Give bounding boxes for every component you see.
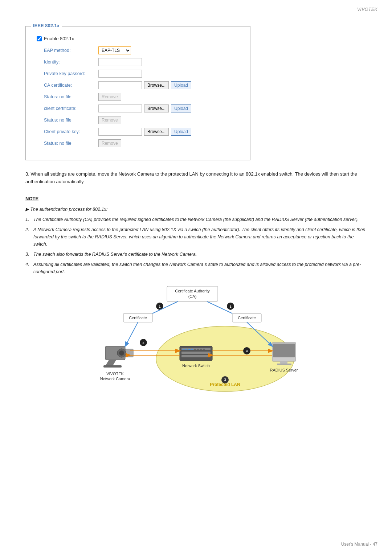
enable-label: Enable 802.1x [44,36,74,41]
client-private-control: Browse... Upload [98,128,191,136]
svg-text:1: 1 [229,305,231,308]
client-cert-row: client certificate: Browse... Upload [44,104,246,112]
svg-text:Network Switch: Network Switch [182,364,210,368]
ca-cert-row: CA certificate: Browse... Upload [44,81,246,89]
note-title: NOTE [25,196,367,201]
enable-checkbox[interactable] [37,36,42,41]
client-status-row: Status: no file Remove [44,116,246,124]
ca-remove-button[interactable]: Remove [98,93,121,101]
svg-text:Certificate: Certificate [238,316,256,320]
private-key-row: Private key passord: [44,70,246,78]
svg-marker-21 [105,360,116,366]
ca-cert-control: Browse... Upload [98,81,191,89]
eap-method-row: EAP method: EAP-TLS [44,46,246,54]
svg-rect-34 [191,349,193,350]
diagram-container: Protected LAN 3 Certificate Authority (C… [25,283,367,399]
note-section: NOTE ▶ The authentication process for 80… [25,196,367,275]
client-upload-button[interactable]: Upload [171,104,191,112]
svg-text:3: 3 [224,378,226,382]
client-status-label: Status: no file [44,118,98,123]
client-private-upload-button[interactable]: Upload [171,128,191,136]
client-browse-button[interactable]: Browse... [144,104,169,112]
svg-rect-38 [203,349,205,350]
svg-text:4: 4 [246,349,248,353]
svg-rect-37 [200,349,202,350]
private-key-label: Private key passord: [44,71,98,76]
client-private-row: Client private key: Browse... Upload [44,128,246,136]
svg-rect-30 [181,355,211,357]
svg-text:RADIUS Server: RADIUS Server [270,368,298,372]
client-private-remove-button[interactable]: Remove [98,139,121,147]
svg-rect-42 [280,361,287,364]
eap-label: EAP method: [44,48,98,53]
footer-text: User's Manual - 47 [341,542,377,547]
svg-rect-32 [185,349,187,350]
svg-text:Certificate Authority: Certificate Authority [175,289,210,293]
page-header: VIVOTEK [0,0,392,15]
client-private-input[interactable] [98,128,142,136]
page-content: IEEE 802.1x Enable 802.1x EAP method: EA… [0,15,392,413]
svg-text:VIVOTEK: VIVOTEK [106,372,124,376]
svg-rect-35 [194,349,196,350]
identity-input[interactable] [98,58,142,66]
note-item-3: 3. The switch also forwards the RADIUS S… [25,251,367,258]
client-cert-label: client certificate: [44,106,98,111]
ieee-section: IEEE 802.1x Enable 802.1x EAP method: EA… [25,26,250,160]
note-item-2: 2. A Network Camera requests access to t… [25,226,367,248]
identity-control [98,58,142,66]
svg-line-15 [152,301,178,313]
svg-point-20 [119,350,124,356]
identity-row: Identity: [44,58,246,66]
note-bullet-text: ▶ The authentication process for 802.1x: [25,206,107,213]
ca-cert-input[interactable] [98,81,142,89]
private-key-control [98,70,142,78]
ca-status-row: Status: no file Remove [44,93,246,101]
svg-rect-33 [188,349,190,350]
svg-rect-31 [183,349,184,350]
client-private-status-row: Status: no file Remove [44,139,246,147]
client-private-status-label: Status: no file [44,141,98,146]
note-item-1: 1. The Certificate Authority (CA) provid… [25,216,367,223]
identity-label: Identity: [44,59,98,65]
svg-rect-18 [125,349,133,357]
svg-rect-29 [181,352,211,354]
svg-text:1: 1 [159,305,160,308]
svg-rect-41 [273,344,295,357]
enable-row: Enable 802.1x [37,36,239,41]
svg-rect-36 [197,349,199,350]
svg-rect-22 [103,365,122,368]
client-cert-input[interactable] [98,104,142,112]
note-item-4: 4. Assuming all certificates are validat… [25,261,367,275]
form-table: EAP method: EAP-TLS Identity: Private ke… [44,46,246,147]
svg-rect-43 [277,364,291,365]
page-footer: User's Manual - 47 [341,542,377,547]
private-key-input[interactable] [98,70,142,78]
step3-text: 3. When all settings are complete, move … [25,171,367,186]
client-private-label: Client private key: [44,129,98,134]
eap-control: EAP-TLS [98,46,131,54]
diagram-svg: Protected LAN 3 Certificate Authority (C… [69,283,323,399]
ca-status-label: Status: no file [44,94,98,99]
svg-line-45 [125,322,138,346]
svg-text:2: 2 [142,341,144,345]
note-bullet: ▶ The authentication process for 802.1x: [25,206,367,213]
svg-text:Certificate: Certificate [129,316,147,320]
brand-logo: VIVOTEK [357,7,377,12]
svg-text:Network Camera: Network Camera [100,377,130,381]
eap-select[interactable]: EAP-TLS [98,46,131,54]
ieee-box-title: IEEE 802.1x [31,23,62,28]
ca-browse-button[interactable]: Browse... [144,81,169,89]
ca-cert-label: CA certificate: [44,83,98,88]
client-private-browse-button[interactable]: Browse... [144,128,169,136]
client-remove-button[interactable]: Remove [98,116,121,124]
client-cert-control: Browse... Upload [98,104,191,112]
svg-text:(CA): (CA) [188,294,197,299]
ca-upload-button[interactable]: Upload [171,81,191,89]
